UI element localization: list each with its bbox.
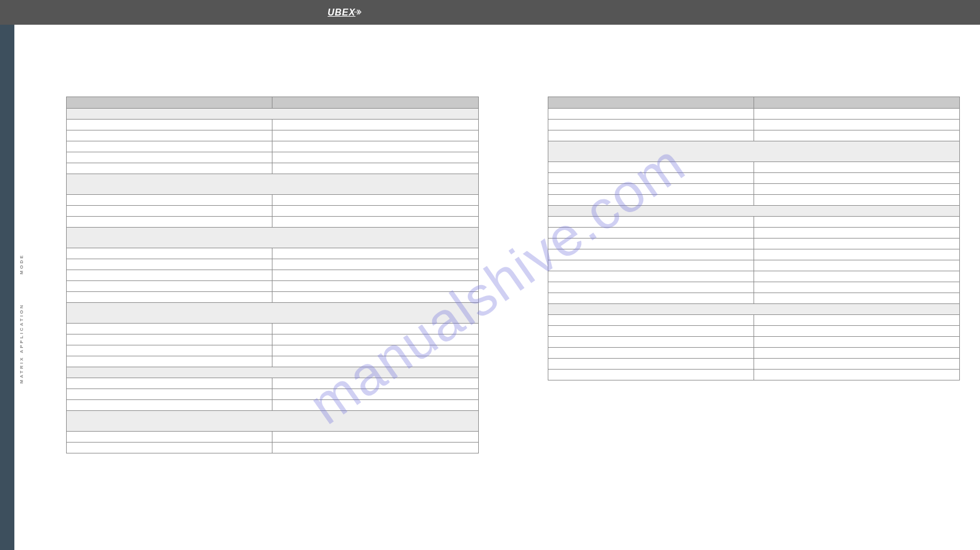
table-cell [67,389,272,400]
table-cell [754,370,959,380]
table-cell [67,120,272,130]
table-row [67,389,479,400]
table-cell [272,378,478,389]
table-cell [272,152,478,163]
table-row [548,315,960,326]
content-area [66,97,960,550]
table-cell [754,359,959,370]
table-row [548,348,960,359]
table-section-row [67,303,479,324]
table-section-row [548,141,960,162]
table-header-row [548,97,960,109]
table-cell [67,152,272,163]
table-cell [272,248,478,259]
table-cell [548,326,754,337]
table-row [548,370,960,380]
table-cell [548,109,754,120]
table-row [67,195,479,206]
table-row [548,359,960,370]
table-cell [272,206,478,217]
right-table [548,97,960,380]
table-section-row [67,228,479,248]
logo-text: UBEX [328,7,355,18]
section-cell [548,141,960,162]
table-cell [548,184,754,195]
table-row [67,356,479,367]
table-row [67,324,479,334]
table-cell [548,260,754,271]
table-row [67,141,479,152]
table-cell [272,292,478,303]
table-cell [548,195,754,206]
table-cell [67,378,272,389]
table-cell [548,315,754,326]
table-cell [67,400,272,411]
table-cell [754,217,959,228]
table-cell [272,432,478,443]
table-row [67,281,479,292]
table-row [548,130,960,141]
table-cell [67,195,272,206]
table-row [548,184,960,195]
table-cell [272,217,478,228]
table-cell [67,248,272,259]
table-cell [754,326,959,337]
table-cell [548,271,754,282]
table-cell [67,163,272,174]
table-cell [754,239,959,249]
left-column [66,97,479,550]
table-header-cell [272,97,478,109]
table-cell [67,270,272,281]
table-cell [272,281,478,292]
table-row [548,337,960,348]
table-header-cell [548,97,754,109]
table-row [67,206,479,217]
table-cell [754,282,959,293]
table-row [67,120,479,130]
table-cell [548,293,754,304]
table-cell [548,359,754,370]
table-cell [272,324,478,334]
table-row [67,443,479,453]
table-cell [548,282,754,293]
side-label-lower: MATRIX APPLICATION [19,303,24,384]
table-row [67,270,479,281]
table-cell [754,173,959,184]
section-cell [67,367,479,378]
table-cell [754,315,959,326]
right-column [548,97,960,550]
table-cell [754,260,959,271]
table-cell [272,163,478,174]
table-cell [67,345,272,356]
table-row [67,259,479,270]
table-cell [754,348,959,359]
table-row [548,326,960,337]
table-cell [67,259,272,270]
table-cell [754,293,959,304]
table-cell [272,259,478,270]
table-cell [548,370,754,380]
table-section-row [67,109,479,120]
table-row [67,217,479,228]
table-cell [272,389,478,400]
side-label-upper: MODE [19,254,24,275]
table-row [548,109,960,120]
table-cell [272,120,478,130]
table-row [548,120,960,130]
table-cell [548,120,754,130]
table-cell [754,109,959,120]
table-header-row [67,97,479,109]
left-table [66,97,479,453]
table-row [548,249,960,260]
table-header-cell [67,97,272,109]
table-section-row [67,411,479,432]
table-cell [548,348,754,359]
table-cell [67,432,272,443]
table-row [67,292,479,303]
section-cell [67,174,479,195]
table-cell [754,337,959,348]
document-page: MODE MATRIX APPLICATION manualshive.com [14,25,980,550]
table-section-row [548,206,960,217]
table-row [548,162,960,173]
table-cell [67,281,272,292]
